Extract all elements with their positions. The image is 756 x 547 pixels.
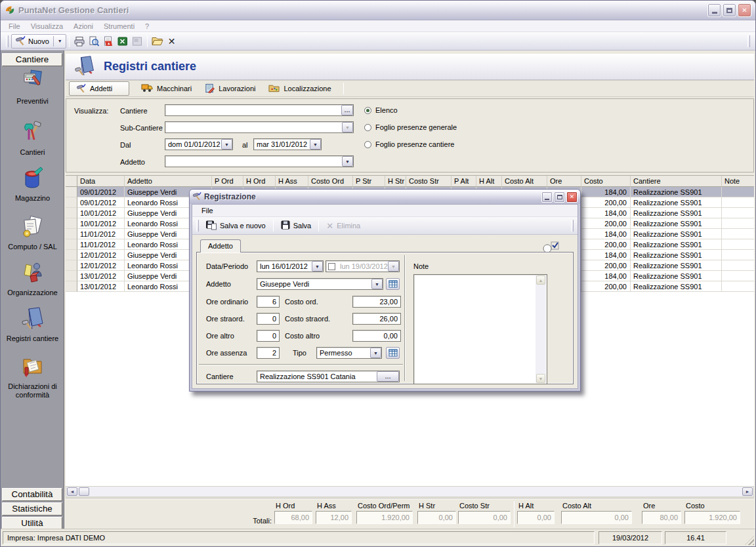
table-cell[interactable] [722,260,754,271]
chevron-down-icon[interactable]: ▼ [221,139,232,150]
table-cell[interactable]: 10/01/2012 [77,218,125,229]
sidebar-item-organizzazione[interactable]: Organizzazione [1,260,64,297]
toolbar-grip[interactable] [747,35,750,47]
column-header[interactable]: Data [77,176,125,187]
column-header[interactable]: P Str [353,176,385,187]
table-cell[interactable]: Realizzazione SS901 [631,218,722,229]
row-selector[interactable] [66,208,77,218]
table-cell[interactable]: 11/01/2012 [77,229,125,239]
table-cell[interactable] [722,229,754,239]
table-cell[interactable]: 13/01/2012 [77,271,125,281]
tab-localizzazione[interactable]: Localizzazione [262,81,337,96]
addetto-combo[interactable]: Giuseppe Verdi ▼ [257,278,383,290]
table-cell[interactable] [722,218,754,229]
resize-grip[interactable] [745,536,754,545]
table-cell[interactable] [722,250,754,260]
print-preview-icon[interactable] [87,34,101,49]
tab-addetti[interactable]: Addetti [69,81,129,96]
table-cell[interactable]: Realizzazione SS901 [631,250,722,260]
table-cell[interactable]: 184,00 [581,187,631,197]
dialog-menu-file[interactable]: File [196,206,219,215]
column-header[interactable]: Costo Str [406,176,452,187]
toolbar-grip[interactable] [6,35,9,47]
table-cell[interactable]: 200,00 [581,260,631,271]
table-cell[interactable]: Realizzazione SS901 [631,260,722,271]
close-icon[interactable]: ✕ [738,3,751,17]
subcantiere-filter-combo[interactable]: ▼ [165,121,354,133]
tipo-lookup-icon[interactable] [386,347,400,359]
scroll-up-icon[interactable]: ▲ [536,275,545,285]
table-cell[interactable]: 09/01/2012 [77,197,125,208]
radio-foglio-presenze-generale[interactable]: Foglio presenze generale [364,123,457,131]
column-header[interactable]: H Ord [243,176,276,187]
scroll-right-icon[interactable]: ► [742,487,753,496]
nuovo-button[interactable]: Nuovo ▼ [11,34,66,49]
table-cell[interactable] [722,239,754,250]
print-icon[interactable] [72,34,87,49]
sidebar-group-cantiere[interactable]: Cantiere [2,53,62,66]
column-header[interactable]: Note [722,176,754,187]
table-cell[interactable] [722,271,754,281]
table-cell[interactable]: 11/01/2012 [77,239,125,250]
periodo-checkbox[interactable] [328,263,335,270]
ore-altro-input[interactable] [257,332,279,340]
chevron-down-icon[interactable]: ▼ [312,261,323,272]
cantiere-browse-button[interactable]: ... [377,371,399,382]
table-cell[interactable]: 184,00 [581,250,631,260]
costo-straord-input[interactable] [353,315,400,323]
al-date-combo[interactable]: mar 31/01/2012 ▼ [253,138,322,150]
table-cell[interactable]: 200,00 [581,281,631,292]
costo-ord-input[interactable] [353,298,400,306]
sidebar-item-preventivi[interactable]: Preventivi [1,69,64,106]
table-cell[interactable] [722,281,754,292]
sidebar-group-statistiche[interactable]: Statistiche [2,502,62,516]
chevron-down-icon[interactable]: ▼ [370,348,381,358]
sidebar-group-contabilita[interactable]: Contabilità [2,488,62,501]
table-cell[interactable]: Realizzazione SS901 [631,281,722,292]
addetto-filter-combo[interactable]: ▼ [165,155,354,167]
dialog-maximize-icon[interactable] [554,192,565,203]
tab-addetto[interactable]: Addetto [200,239,241,253]
table-cell[interactable]: Realizzazione SS901 [631,239,722,250]
table-cell[interactable] [722,197,754,208]
table-cell[interactable]: 184,00 [581,271,631,281]
tab-macchinari[interactable]: Macchinari [135,81,198,96]
sidebar-item-computo-sal[interactable]: Computo / SAL [1,214,64,251]
column-header[interactable]: Cantiere [631,176,722,187]
scroll-down-icon[interactable]: ▼ [536,374,545,383]
ore-straord-input[interactable] [257,315,279,323]
toolbar-grip[interactable] [196,220,199,232]
open-folder-icon[interactable] [150,34,165,49]
row-selector[interactable] [66,218,77,229]
toolbar-grip[interactable] [571,220,574,232]
export-pdf-icon[interactable] [101,34,116,49]
minimize-icon[interactable] [707,3,721,17]
column-header[interactable]: Costo Alt [502,176,547,187]
sidebar-item-magazzino[interactable]: Magazzino [1,166,64,203]
menu-file[interactable]: File [3,22,26,31]
table-cell[interactable]: 184,00 [581,229,631,239]
sidebar-group-utilita[interactable]: Utilità [2,517,62,530]
tab-lavorazioni[interactable]: Lavorazioni [198,81,262,96]
sidebar-item-dichiarazioni[interactable]: Dichiarazioni di conformità [1,354,64,399]
delete-icon[interactable]: ✕ [165,34,179,49]
table-cell[interactable]: Realizzazione SS901 [631,229,722,239]
column-header[interactable]: Addetto [125,176,212,187]
nuovo-dropdown-icon[interactable]: ▼ [58,39,62,43]
column-header[interactable]: Costo [581,176,631,187]
table-cell[interactable] [722,208,754,218]
table-cell[interactable]: 12/01/2012 [77,260,125,271]
ore-assenza-input[interactable] [257,349,279,357]
column-header[interactable]: Ore [547,176,581,187]
radio-foglio-presenze-cantiere[interactable]: Foglio presenze cantiere [364,140,454,148]
row-selector[interactable] [66,271,77,281]
table-cell[interactable]: Realizzazione SS901 [631,187,722,197]
chevron-down-icon[interactable]: ▼ [342,156,353,167]
chevron-down-icon[interactable]: ▼ [371,279,383,289]
row-selector[interactable] [66,187,77,197]
row-selector[interactable] [66,239,77,250]
note-textarea[interactable] [415,275,534,383]
radio-elenco[interactable]: Elenco [364,106,398,114]
cantiere-browse-button[interactable]: ... [341,105,353,115]
table-cell[interactable]: Realizzazione SS901 [631,271,722,281]
